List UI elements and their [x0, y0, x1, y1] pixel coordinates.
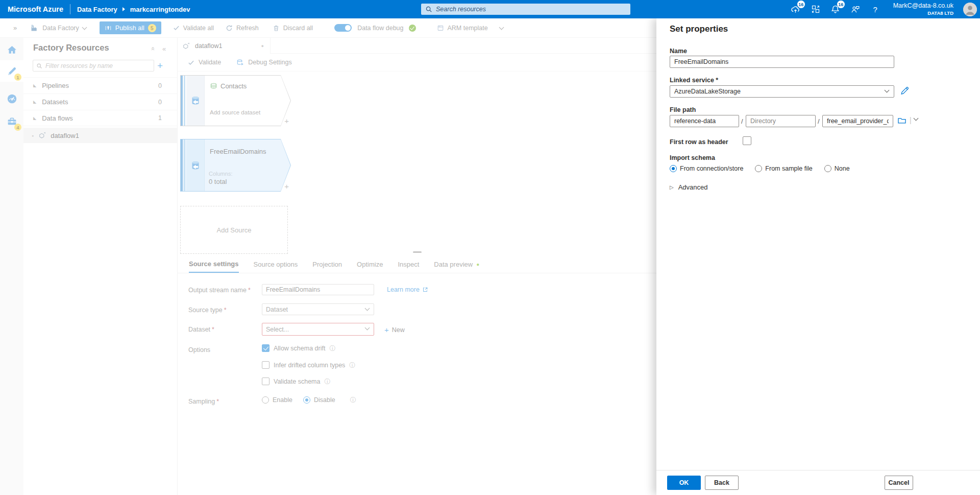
path-slash: /: [741, 117, 743, 125]
info-icon[interactable]: ⓘ: [325, 379, 331, 385]
sidebar-item-dataflows[interactable]: ◢ Data flows 1: [23, 110, 177, 126]
external-link-icon: [422, 287, 428, 293]
tab-source-options[interactable]: Source options: [254, 256, 298, 273]
linked-service-label: Linked service *: [670, 77, 718, 84]
sampling-enable-radio[interactable]: [262, 396, 269, 404]
new-dataset-button[interactable]: + New: [384, 325, 405, 334]
feedback-icon[interactable]: [850, 4, 861, 14]
sidebar-item-pipelines[interactable]: ◢ Pipelines 0: [23, 77, 177, 93]
import-from-connection-radio[interactable]: [670, 165, 677, 172]
ok-button[interactable]: OK: [667, 476, 701, 490]
allow-schema-drift-checkbox[interactable]: [262, 344, 270, 352]
infer-drifted-types-checkbox[interactable]: [262, 361, 270, 369]
chevron-down-icon: [365, 325, 370, 331]
expander-icon[interactable]: ◢: [33, 100, 36, 104]
source-type-dropdown[interactable]: Dataset: [262, 303, 374, 315]
edit-linked-service-button[interactable]: [900, 86, 910, 96]
search-input[interactable]: [436, 6, 609, 13]
deployments-badge: 16: [797, 1, 805, 8]
add-transformation-icon[interactable]: +: [284, 116, 289, 125]
rail-author-button[interactable]: 1: [0, 60, 23, 82]
filepath-container-input[interactable]: [670, 115, 739, 127]
discard-all-button[interactable]: Discard all: [273, 25, 313, 32]
resource-filter-input[interactable]: [45, 62, 142, 69]
refresh-button[interactable]: Refresh: [226, 25, 259, 32]
notifications-bell-icon[interactable]: 16: [830, 4, 841, 14]
filepath-more-chevron-icon[interactable]: [914, 116, 919, 121]
gauge-icon: [7, 93, 17, 104]
rail-manage-button[interactable]: 4: [0, 110, 23, 132]
validate-button[interactable]: Validate: [188, 59, 221, 66]
help-icon[interactable]: ?: [870, 4, 880, 14]
name-input[interactable]: [670, 56, 894, 68]
expander-icon[interactable]: ◢: [33, 116, 36, 121]
azure-logo[interactable]: Microsoft Azure: [8, 5, 63, 13]
tab-projection[interactable]: Projection: [312, 256, 342, 273]
add-resource-button[interactable]: +: [157, 60, 163, 72]
advanced-expander[interactable]: ▷ Advanced: [670, 183, 708, 191]
dataflow-icon: [38, 131, 46, 139]
validate-all-button[interactable]: Validate all: [173, 25, 214, 32]
search-icon: [36, 63, 42, 69]
global-search[interactable]: [421, 4, 630, 15]
panel-resize-grip[interactable]: [413, 251, 422, 253]
dataset-dropdown[interactable]: Select...: [262, 323, 374, 336]
tab-inspect[interactable]: Inspect: [398, 256, 419, 273]
rail-monitor-button[interactable]: [0, 88, 23, 109]
dataflows-count: 1: [158, 114, 162, 122]
browse-folder-button[interactable]: [897, 116, 906, 125]
info-icon[interactable]: ⓘ: [329, 345, 335, 351]
sidebar-item-datasets[interactable]: ◢ Datasets 0: [23, 93, 177, 110]
back-button[interactable]: Back: [705, 476, 739, 490]
directory-switch-icon[interactable]: [811, 4, 821, 14]
add-source-dropzone[interactable]: Add Source: [180, 206, 288, 254]
validate-schema-checkbox[interactable]: [262, 378, 270, 385]
debug-settings-button[interactable]: Debug Settings: [236, 59, 291, 66]
data-flow-debug-toggle[interactable]: [334, 24, 352, 32]
topbar-divider: [70, 4, 70, 14]
sampling-disable-radio[interactable]: [303, 396, 310, 404]
arm-template-menu[interactable]: ARM template: [437, 25, 503, 32]
breadcrumb-item[interactable]: markcarringtondev: [130, 6, 190, 13]
panel-footer: OK Back Cancel: [656, 470, 980, 495]
tab-optimize[interactable]: Optimize: [357, 256, 383, 273]
cancel-button[interactable]: Cancel: [885, 476, 913, 490]
rail-home-button[interactable]: [0, 39, 23, 60]
expand-toolbar-icon[interactable]: »: [13, 24, 17, 32]
filepath-file-input[interactable]: [822, 115, 893, 127]
tab-dataflow1[interactable]: dataflow1 ●: [178, 38, 271, 54]
import-from-sample-radio[interactable]: [755, 165, 762, 172]
sidebar-item-dataflow1[interactable]: ● dataflow1: [23, 128, 177, 143]
collapse-panel-icon[interactable]: «: [162, 45, 166, 52]
data-factory-menu[interactable]: Data Factory: [30, 23, 86, 32]
linked-service-dropdown[interactable]: AzureDataLakeStorage: [670, 85, 894, 98]
account-info[interactable]: MarkC@data-8.co.uk DATA8 LTD: [893, 2, 953, 16]
collapse-all-icon[interactable]: »: [149, 47, 156, 51]
chevron-down-icon: [365, 306, 370, 311]
node-contacts[interactable]: Contacts Add source dataset +: [180, 75, 291, 126]
publish-all-button[interactable]: Publish all 5: [100, 21, 161, 34]
publish-icon: [105, 25, 112, 32]
deployments-icon[interactable]: 16: [791, 4, 801, 14]
node-freeemaildomains[interactable]: FreeEmailDomains Columns: 0 total +: [180, 139, 291, 192]
add-transformation-icon[interactable]: +: [284, 182, 289, 191]
output-stream-input[interactable]: [262, 284, 374, 295]
source-dataset-icon: [190, 95, 201, 106]
breadcrumb-app[interactable]: Data Factory: [77, 6, 117, 13]
resource-tree: ◢ Pipelines 0 ◢ Datasets 0 ◢ Data flows …: [23, 77, 177, 126]
resource-filter[interactable]: [33, 60, 154, 72]
expander-icon[interactable]: ◢: [33, 83, 36, 88]
info-icon[interactable]: ⓘ: [349, 362, 355, 368]
learn-more-link[interactable]: Learn more: [387, 286, 428, 293]
manage-badge: 4: [14, 124, 21, 131]
info-icon[interactable]: ⓘ: [350, 397, 356, 403]
notifications-badge: 16: [837, 1, 845, 8]
pencil-icon: [900, 86, 910, 96]
filepath-directory-input[interactable]: [746, 115, 816, 127]
import-none-radio[interactable]: [824, 165, 831, 172]
node-stripe: [181, 76, 183, 126]
avatar[interactable]: [963, 3, 977, 16]
first-row-header-checkbox[interactable]: [743, 136, 751, 145]
tab-data-preview[interactable]: Data preview ●: [434, 256, 479, 273]
tab-source-settings[interactable]: Source settings: [189, 256, 239, 273]
